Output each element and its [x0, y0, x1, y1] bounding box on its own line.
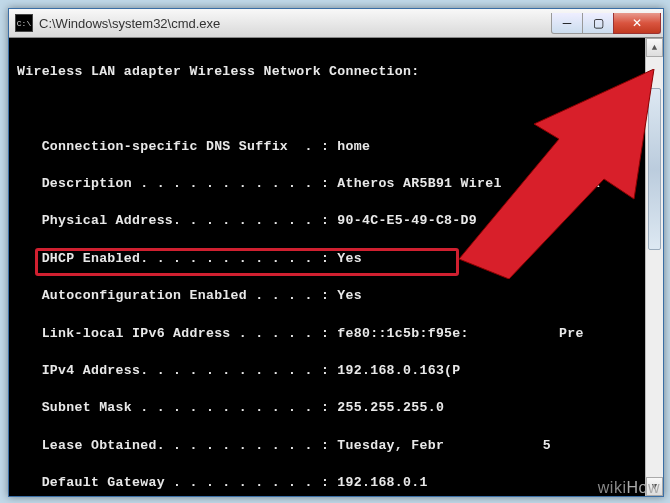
- row-subnet: Subnet Mask . . . . . . . . . . . : 255.…: [17, 399, 663, 418]
- minimize-button[interactable]: ─: [551, 13, 583, 34]
- section-header: Wireless LAN adapter Wireless Network Co…: [17, 63, 663, 82]
- row-physical-address: Physical Address. . . . . . . . . : 90-4…: [17, 212, 663, 231]
- row-ipv6: Link-local IPv6 Address . . . . . : fe80…: [17, 325, 663, 344]
- close-button[interactable]: ✕: [613, 13, 661, 34]
- scrollbar-thumb[interactable]: [648, 88, 661, 250]
- row-default-gateway: Default Gateway . . . . . . . . . : 192.…: [17, 474, 663, 493]
- cmd-window: C:\ C:\Windows\system32\cmd.exe ─ ▢ ✕ Wi…: [8, 8, 664, 497]
- row-autoconfig: Autoconfiguration Enabled . . . . : Yes: [17, 287, 663, 306]
- cmd-icon: C:\: [15, 14, 33, 32]
- scroll-up-button[interactable]: ▲: [646, 38, 663, 57]
- row-dns-suffix: Connection-specific DNS Suffix . : home: [17, 138, 663, 157]
- window-controls: ─ ▢ ✕: [552, 13, 661, 33]
- terminal-output: Wireless LAN adapter Wireless Network Co…: [9, 38, 663, 496]
- vertical-scrollbar[interactable]: ▲ ▼: [645, 38, 663, 496]
- window-title: C:\Windows\system32\cmd.exe: [39, 16, 552, 31]
- watermark: wikiHow: [598, 479, 660, 497]
- titlebar[interactable]: C:\ C:\Windows\system32\cmd.exe ─ ▢ ✕: [9, 9, 663, 38]
- row-ipv4: IPv4 Address. . . . . . . . . . . : 192.…: [17, 362, 663, 381]
- row-description: Description . . . . . . . . . . . : Athe…: [17, 175, 663, 194]
- maximize-button[interactable]: ▢: [582, 13, 614, 34]
- row-dhcp-enabled: DHCP Enabled. . . . . . . . . . . : Yes: [17, 250, 663, 269]
- row-lease: Lease Obtained. . . . . . . . . . : Tues…: [17, 437, 663, 456]
